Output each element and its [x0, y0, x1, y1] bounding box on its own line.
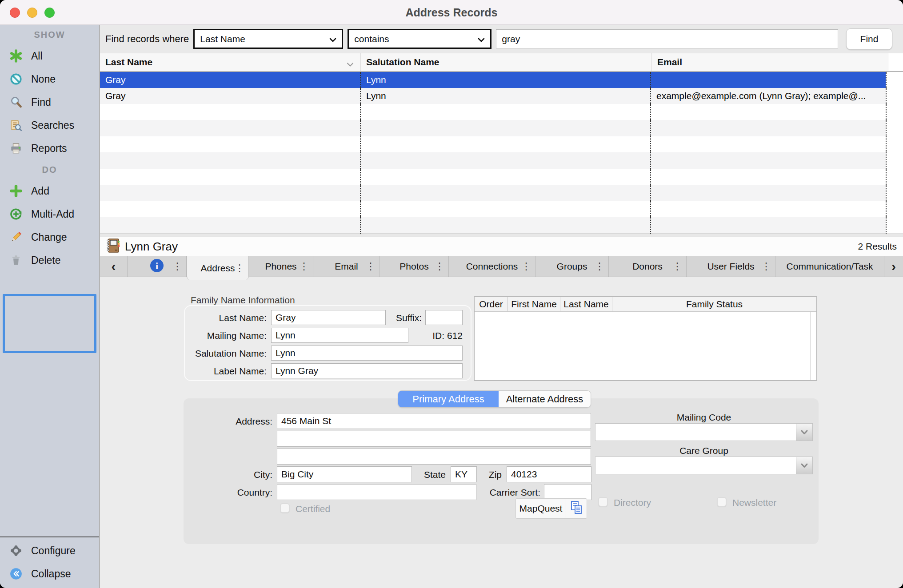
members-column-order[interactable]: Order: [475, 297, 508, 311]
cell-gutter: [886, 88, 903, 104]
mailing-code-value: [595, 424, 796, 441]
members-scrollbar-track[interactable]: [810, 312, 811, 380]
label-name-field[interactable]: Lynn Gray: [271, 363, 463, 378]
tab-dots: ⋮: [235, 262, 244, 274]
address-tab-content: Family Name Information Last Name: Gray …: [100, 277, 903, 588]
column-header-gutter: [888, 53, 903, 71]
tab-phones[interactable]: Phones⋮: [249, 256, 313, 277]
tab-communication-task[interactable]: Communication/Task: [775, 256, 884, 277]
sidebar-item-find[interactable]: Find: [0, 91, 99, 114]
record-name: Lynn Gray: [125, 240, 178, 254]
sidebar-item-label: All: [31, 50, 43, 62]
sidebar-item-label: Change: [31, 231, 67, 243]
tab-email[interactable]: Email⋮: [313, 256, 380, 277]
suffix-field[interactable]: [425, 310, 463, 325]
table-row-empty[interactable]: [100, 169, 903, 185]
sidebar-item-multi-add[interactable]: Multi-Add: [0, 203, 99, 226]
newsletter-checkbox[interactable]: [717, 497, 727, 507]
zip-label: Zip: [481, 469, 502, 480]
column-header-last-name[interactable]: Last Name: [100, 53, 361, 71]
find-field-select[interactable]: Last Name: [193, 29, 343, 49]
certified-checkbox[interactable]: [280, 503, 290, 513]
tab-groups[interactable]: Groups⋮: [535, 256, 609, 277]
sidebar-item-add[interactable]: Add: [0, 179, 99, 203]
sidebar: SHOW All None Find Searches: [0, 25, 100, 588]
table-row[interactable]: Gray Lynn example@example.com (Lynn Gray…: [100, 88, 903, 104]
tab-address[interactable]: Address⋮: [187, 256, 249, 280]
table-row-empty[interactable]: [100, 104, 903, 120]
tab-alternate-address[interactable]: Alternate Address: [499, 391, 591, 407]
address-line3-field[interactable]: [277, 449, 591, 465]
carrier-sort-field[interactable]: [544, 484, 591, 500]
members-column-family-status[interactable]: Family Status: [612, 297, 816, 311]
sidebar-item-label: Configure: [31, 545, 76, 557]
tab-primary-address[interactable]: Primary Address: [398, 391, 499, 407]
mailing-name-field[interactable]: Lynn: [271, 328, 408, 343]
sidebar-item-collapse[interactable]: Collapse: [0, 562, 99, 585]
zip-field[interactable]: 40123: [507, 466, 591, 482]
gear-icon: [9, 544, 23, 558]
state-field[interactable]: KY: [451, 466, 477, 482]
sidebar-item-reports[interactable]: Reports: [0, 137, 99, 160]
table-row-empty[interactable]: [100, 217, 903, 234]
mailing-name-label: Mailing Name:: [140, 330, 267, 341]
tab-connections[interactable]: Connections⋮: [449, 256, 535, 277]
sidebar-item-searches[interactable]: Searches: [0, 114, 99, 137]
mailing-code-select[interactable]: [595, 423, 813, 441]
window-title: Address Records: [0, 0, 903, 25]
find-bar-label: Find records where: [105, 33, 189, 45]
find-operator-select[interactable]: contains: [348, 29, 491, 49]
care-group-select[interactable]: [595, 457, 813, 474]
tab-dots: ⋮: [521, 261, 531, 272]
sidebar-item-all[interactable]: All: [0, 44, 99, 68]
info-icon: i: [149, 258, 164, 275]
address-line1-field[interactable]: 456 Main St: [277, 413, 591, 429]
address-line2-field[interactable]: [277, 431, 591, 447]
sidebar-item-delete[interactable]: Delete: [0, 249, 99, 272]
copy-address-button[interactable]: [566, 499, 587, 518]
directory-checkbox[interactable]: [598, 497, 608, 507]
care-group-value: [595, 457, 796, 474]
sidebar-item-none[interactable]: None: [0, 68, 99, 91]
sidebar-item-label: Find: [31, 96, 51, 108]
tab-dots: ⋮: [595, 261, 604, 272]
salutation-name-label: Salutation Name:: [140, 348, 267, 359]
find-button[interactable]: Find: [846, 28, 892, 50]
magnifier-icon: [9, 95, 23, 109]
chevron-down-icon: [478, 34, 485, 44]
tab-info[interactable]: i ⋮: [128, 256, 187, 277]
tabs-scroll-right-button[interactable]: ›: [884, 256, 903, 277]
column-header-salutation-name[interactable]: Salutation Name: [361, 53, 652, 71]
table-row[interactable]: Gray Lynn: [100, 72, 903, 88]
members-column-last-name[interactable]: Last Name: [560, 297, 612, 311]
svg-text:i: i: [156, 260, 158, 271]
tab-photos[interactable]: Photos⋮: [380, 256, 449, 277]
tab-dots: ⋮: [299, 261, 309, 272]
certified-label: Certified: [296, 504, 330, 514]
tab-dots: ⋮: [672, 261, 682, 272]
table-row-empty[interactable]: [100, 120, 903, 136]
chevron-down-icon: [796, 457, 812, 474]
table-row-empty[interactable]: [100, 136, 903, 153]
mapquest-button[interactable]: MapQuest: [516, 499, 566, 518]
members-column-first-name[interactable]: First Name: [508, 297, 560, 311]
tab-user-fields[interactable]: User Fields⋮: [687, 256, 775, 277]
tab-donors[interactable]: Donors⋮: [609, 256, 687, 277]
table-row-empty[interactable]: [100, 201, 903, 218]
result-count: 2 Results: [858, 241, 897, 252]
address-label: Address:: [206, 416, 272, 427]
table-row-empty[interactable]: [100, 185, 903, 201]
sidebar-item-configure[interactable]: Configure: [0, 539, 99, 562]
results-table-header: Last Name Salutation Name Email: [100, 53, 903, 72]
cell-email: example@example.com (Lynn Gray); example…: [650, 88, 887, 104]
city-field[interactable]: Big City: [277, 466, 412, 482]
table-row-empty[interactable]: [100, 152, 903, 169]
salutation-name-field[interactable]: Lynn: [271, 346, 463, 361]
search-query-input[interactable]: gray: [496, 29, 838, 48]
column-header-email[interactable]: Email: [652, 53, 888, 71]
country-field[interactable]: [277, 484, 476, 500]
tabs-scroll-left-button[interactable]: ‹: [100, 256, 128, 277]
family-group-title: Family Name Information: [191, 295, 295, 306]
sidebar-item-label: Collapse: [31, 568, 71, 580]
sidebar-item-change[interactable]: Change: [0, 226, 99, 249]
